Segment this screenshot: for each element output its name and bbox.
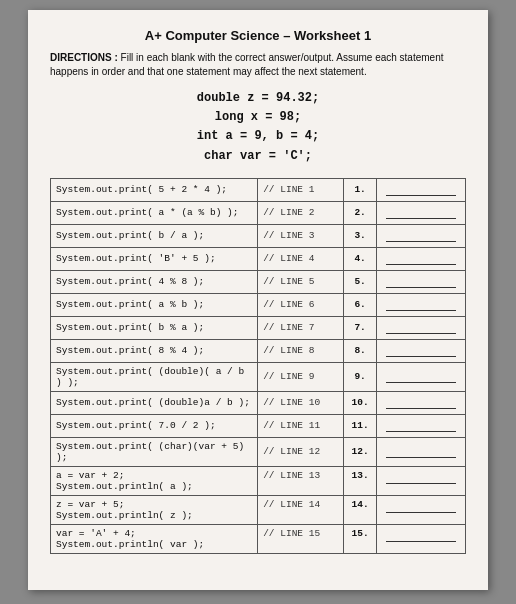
table-row-answer[interactable] [376,201,465,224]
table-row-number: 12. [344,437,377,466]
table-row-comment: // LINE 3 [258,224,344,247]
table-row-number: 5. [344,270,377,293]
table-row-answer[interactable] [376,224,465,247]
table-row-comment: // LINE 14 [258,495,344,524]
table-row-answer[interactable] [376,247,465,270]
table-row-code: System.out.print( b % a ); [51,316,258,339]
table-row-code: System.out.print( 5 + 2 * 4 ); [51,178,258,201]
table-row-code: System.out.print( a % b ); [51,293,258,316]
table-row-number: 6. [344,293,377,316]
worksheet-page: A+ Computer Science – Worksheet 1 DIRECT… [28,10,488,590]
table-row-answer[interactable] [376,178,465,201]
table-row-answer[interactable] [376,293,465,316]
exercise-table: System.out.print( 5 + 2 * 4 );// LINE 11… [50,178,466,554]
table-row-code: z = var + 5;System.out.println( z ); [51,495,258,524]
code-line-3: int a = 9, b = 4; [50,127,466,146]
table-row-code: System.out.print( b / a ); [51,224,258,247]
table-row-number: 8. [344,339,377,362]
table-row-number: 14. [344,495,377,524]
table-row-answer[interactable] [376,466,465,495]
table-row-code: System.out.print( 'B' + 5 ); [51,247,258,270]
table-row-number: 2. [344,201,377,224]
table-row-number: 9. [344,362,377,391]
table-row-number: 13. [344,466,377,495]
table-row-answer[interactable] [376,316,465,339]
table-row-code: var = 'A' + 4;System.out.println( var ); [51,524,258,553]
table-row-code: System.out.print( a * (a % b) ); [51,201,258,224]
table-row-answer[interactable] [376,524,465,553]
table-row-comment: // LINE 5 [258,270,344,293]
table-row-comment: // LINE 2 [258,201,344,224]
table-row-code: System.out.print( (double)a / b ); [51,391,258,414]
table-row-comment: // LINE 8 [258,339,344,362]
directions-label: DIRECTIONS : [50,52,118,63]
table-row-comment: // LINE 13 [258,466,344,495]
table-row-comment: // LINE 12 [258,437,344,466]
table-row-number: 7. [344,316,377,339]
table-row-code: System.out.print( 7.0 / 2 ); [51,414,258,437]
table-row-number: 1. [344,178,377,201]
table-row-code: System.out.print( (char)(var + 5) ); [51,437,258,466]
table-row-answer[interactable] [376,362,465,391]
table-row-number: 3. [344,224,377,247]
code-line-1: double z = 94.32; [50,89,466,108]
table-row-number: 4. [344,247,377,270]
table-row-answer[interactable] [376,495,465,524]
table-row-answer[interactable] [376,339,465,362]
code-block: double z = 94.32; long x = 98; int a = 9… [50,89,466,166]
table-row-answer[interactable] [376,437,465,466]
table-row-comment: // LINE 15 [258,524,344,553]
table-row-answer[interactable] [376,414,465,437]
table-row-number: 15. [344,524,377,553]
table-row-number: 10. [344,391,377,414]
table-row-code: System.out.print( (double)( a / b ) ); [51,362,258,391]
code-line-2: long x = 98; [50,108,466,127]
table-row-comment: // LINE 11 [258,414,344,437]
page-title: A+ Computer Science – Worksheet 1 [50,28,466,43]
table-row-comment: // LINE 1 [258,178,344,201]
table-row-code: System.out.print( 8 % 4 ); [51,339,258,362]
table-row-comment: // LINE 9 [258,362,344,391]
table-row-code: a = var + 2;System.out.println( a ); [51,466,258,495]
code-line-4: char var = 'C'; [50,147,466,166]
table-row-comment: // LINE 4 [258,247,344,270]
table-row-comment: // LINE 7 [258,316,344,339]
directions: DIRECTIONS : Fill in each blank with the… [50,51,466,79]
table-row-comment: // LINE 10 [258,391,344,414]
table-row-code: System.out.print( 4 % 8 ); [51,270,258,293]
table-row-number: 11. [344,414,377,437]
table-row-answer[interactable] [376,391,465,414]
table-row-answer[interactable] [376,270,465,293]
table-row-comment: // LINE 6 [258,293,344,316]
